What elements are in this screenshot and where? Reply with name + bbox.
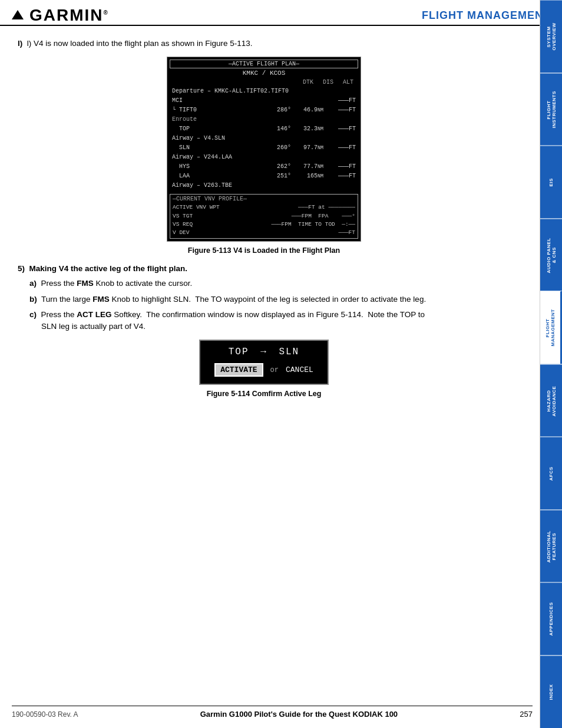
fms-knob-label-b: FMS <box>92 295 110 304</box>
fp-row-enroute: Enroute <box>170 115 358 124</box>
fp-title: —ACTIVE FLIGHT PLAN— <box>170 60 358 68</box>
fp-row-tift0: └ TIFT0 286° 46.9NM ———FT <box>170 106 358 115</box>
step-5c: c) Press the ACT LEG Softkey. The confir… <box>29 309 510 333</box>
sidebar-tab-eis[interactable]: EIS <box>540 146 562 219</box>
sidebar-tab-additional-features[interactable]: ADDITIONALFEATURES <box>540 510 562 583</box>
vnv-row-vsreq: VS REQ ———FPM TIME TO TOD —:—— <box>173 220 355 229</box>
sidebar-tab-flight-instruments[interactable]: FLIGHTINSTRUMENTS <box>540 73 562 146</box>
step-5a: a) Press the FMS Knob to activate the cu… <box>29 278 510 289</box>
sidebar-tab-afcs[interactable]: AFCS <box>540 437 562 510</box>
page-footer: 190-00590-03 Rev. A Garmin G1000 Pilot's… <box>12 706 533 719</box>
confirm-from: TOP <box>229 347 249 357</box>
logo-text: GARMIN® <box>29 6 109 25</box>
figure-113-display: —ACTIVE FLIGHT PLAN— KMKC / KCOS DTK DIS… <box>167 57 361 242</box>
figure-114-caption: Figure 5-114 Comfirm Active Leg <box>18 390 510 398</box>
logo-reg: ® <box>104 9 109 16</box>
footer-page-number: 257 <box>520 710 533 719</box>
fp-route: KMKC / KCOS <box>170 70 358 77</box>
sidebar-tab-system-overview[interactable]: SYSTEMOVERVIEW <box>540 0 562 73</box>
sidebar-tab-index[interactable]: INDEX <box>540 655 562 729</box>
footer-doc-number: 190-00590-03 Rev. A <box>12 710 78 719</box>
page-title: FLIGHT MANAGEMENT <box>422 9 550 22</box>
sidebar-tab-hazard-avoidance[interactable]: HAZARDAVOIDANCE <box>540 364 562 437</box>
or-label: or <box>270 366 279 374</box>
confirm-arrow-icon: → <box>260 347 267 357</box>
fp-row-airway-v244laa: Airway – V244.LAA <box>170 153 358 162</box>
fp-row-top: TOP 146° 32.3NM ———FT <box>170 124 358 134</box>
fp-row-airway-v4sln: Airway – V4.SLN <box>170 134 358 143</box>
act-leg-softkey-label: ACT LEG <box>77 310 111 319</box>
vnv-row-vdev: V DEV ———FT <box>173 229 355 237</box>
fp-row-sln: SLN 260° 97.7NM ———FT <box>170 143 358 153</box>
step-5b: b) Turn the large FMS Knob to highlight … <box>29 294 510 305</box>
cancel-button[interactable]: CANCEL <box>286 365 313 374</box>
page-header: GARMIN® FLIGHT MANAGEMENT <box>0 0 562 26</box>
confirm-to: SLN <box>279 347 299 357</box>
fms-knob-label-a: FMS <box>77 279 94 288</box>
sidebar-tab-appendices[interactable]: APPENDICES <box>540 582 562 655</box>
footer-guide-title: Garmin G1000 Pilot's Guide for the Quest… <box>200 710 398 719</box>
step-l-body: l) V4 is now loaded into the flight plan… <box>27 39 253 48</box>
main-content: l) l) V4 is now loaded into the flight p… <box>0 32 540 419</box>
step-l-text: l) l) V4 is now loaded into the flight p… <box>18 38 510 50</box>
vnv-row-vstgt: VS TGT ———FPM FPA ———° <box>173 212 355 220</box>
confirm-buttons: ACTIVATE or CANCEL <box>210 363 318 377</box>
fp-row-hys: HYS 262° 77.7NM ———FT <box>170 162 358 172</box>
vnv-row-wpt: ACTIVE VNV WPT ———FT at ———————— <box>173 203 355 212</box>
sidebar-tab-flight-management[interactable]: FLIGHTMANAGEMENT <box>540 291 562 364</box>
fp-header-dis: DIS <box>323 79 333 85</box>
fp-header-alt: ALT <box>343 79 353 85</box>
fp-row-departure: Departure – KMKC-ALL.TIFT02.TIFT0 <box>170 87 358 96</box>
logo-triangle <box>12 10 24 19</box>
vnv-title: —CURRENT VNV PROFILE— <box>173 196 355 202</box>
fp-headers: DTK DIS ALT <box>170 79 358 85</box>
fp-header-dtk: DTK <box>303 79 313 85</box>
right-sidebar: SYSTEMOVERVIEW FLIGHTINSTRUMENTS EIS AUD… <box>540 0 562 728</box>
fp-row-airway-v263tbe: Airway – V263.TBE <box>170 181 358 190</box>
fp-row-mci: MCI ———FT <box>170 96 358 106</box>
step-5-text: 5) Making V4 the active leg of the fligh… <box>18 264 510 273</box>
garmin-logo: GARMIN® <box>12 6 109 25</box>
sidebar-tab-audio-panel[interactable]: AUDIO PANEL& CNS <box>540 219 562 292</box>
vnv-section: —CURRENT VNV PROFILE— ACTIVE VNV WPT ———… <box>170 194 358 239</box>
fp-row-laa: LAA 251° 165NM ———FT <box>170 172 358 181</box>
figure-113-caption: Figure 5-113 V4 is Loaded in the Flight … <box>18 246 510 255</box>
confirm-top-text: TOP → SLN <box>210 347 318 357</box>
activate-button[interactable]: ACTIVATE <box>214 363 263 377</box>
figure-114-display: TOP → SLN ACTIVATE or CANCEL <box>199 340 329 385</box>
